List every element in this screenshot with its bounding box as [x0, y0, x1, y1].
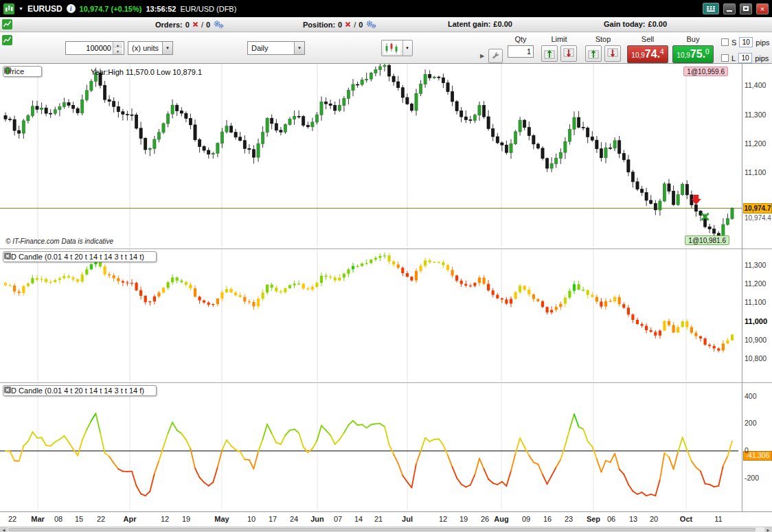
sell-label: Sell: [626, 35, 669, 43]
spin-down-icon[interactable]: ▼: [113, 48, 122, 54]
stop-sell-button[interactable]: [604, 45, 621, 62]
units-select[interactable]: (x) units ▼: [128, 41, 173, 55]
buy-price-main: 75.: [690, 48, 705, 60]
position-group: Position: 0 / 0: [303, 20, 376, 29]
indicator-candle-panel[interactable]: 5D Candle (0.01 4 t 20 t 14 t 14 3 t t 1…: [0, 248, 742, 382]
xaxis-bar[interactable]: 22Mar081522Apr1219May101724Jun071421Jul1…: [0, 511, 772, 527]
axis-tick-label: 11,300: [745, 111, 766, 119]
sell-price-prefix: 10,9: [631, 51, 644, 59]
info-icon[interactable]: i: [67, 4, 76, 13]
buy-button[interactable]: 10,975.0: [672, 45, 714, 63]
price-chart-panel[interactable]: Price Year:High 11,570.0 Low 10,879.1 1@…: [0, 64, 742, 248]
panel-handle-icon[interactable]: [2, 35, 12, 47]
spin-up-icon[interactable]: ▲: [113, 42, 122, 48]
osc-svg[interactable]: [0, 383, 742, 511]
limit-column: Limit: [540, 35, 578, 62]
latent-gain-label: Latent gain:: [448, 20, 490, 28]
sell-price-main: 74.: [645, 48, 660, 60]
gain-today-group: Gain today: £0.00: [604, 20, 667, 28]
close-button[interactable]: ×: [756, 3, 769, 14]
limit-checkbox[interactable]: [721, 54, 729, 62]
maximize-icon: [743, 6, 749, 11]
limit-buy-button[interactable]: [541, 45, 558, 62]
limit-attach-row: L pips: [721, 53, 769, 63]
xaxis-label: Oct: [680, 515, 692, 523]
gain-today-value: £0.00: [648, 20, 668, 28]
position-label: Position:: [303, 21, 335, 29]
working-order-tag-top[interactable]: 1@10,959.6: [683, 67, 728, 76]
position-settings-gear-icon[interactable]: [365, 20, 376, 29]
instrument-dropdown-caret[interactable]: ▼: [19, 6, 23, 11]
keypad-grid-button[interactable]: [703, 3, 719, 14]
stop-pips-unit: pips: [756, 38, 769, 47]
minimize-button[interactable]: [723, 3, 736, 14]
xaxis-label: May: [214, 515, 229, 523]
limit-label: Limit: [540, 35, 578, 43]
buy-column: Buy 10,975.0: [672, 35, 714, 63]
working-order-tag-bottom[interactable]: 1@10,981.6: [685, 235, 729, 245]
xaxis-label: 22: [8, 515, 16, 523]
gain-today-label: Gain today:: [604, 20, 646, 28]
candle2-svg[interactable]: [0, 249, 742, 382]
stop-checkbox-label: S: [731, 38, 736, 47]
orders-label: Orders:: [155, 21, 183, 29]
axis-tick-label: 11,200: [745, 279, 766, 288]
qty-column: Qty: [506, 35, 536, 58]
stop-pips-input[interactable]: [739, 37, 753, 47]
panel-separator: [742, 382, 772, 383]
h-scrollbar[interactable]: ◀ ▶: [0, 527, 772, 532]
cancel-orders-icon[interactable]: [192, 21, 198, 27]
xaxis-label: 24: [290, 515, 298, 523]
close-position-icon[interactable]: [345, 21, 351, 27]
xaxis-label: 14: [354, 515, 363, 523]
scroll-thumb[interactable]: [8, 528, 756, 531]
sell-price-axis-label: 10,974.4: [745, 214, 771, 222]
xaxis-label: 26: [481, 515, 489, 523]
xaxis-label: Mar: [31, 515, 45, 523]
scroll-left-button[interactable]: ◀: [0, 527, 8, 532]
scroll-right-button[interactable]: ▶: [764, 527, 772, 532]
xaxis-label: 06: [607, 515, 615, 523]
panel-handle-icon[interactable]: [2, 19, 12, 31]
orders-working-count: 0: [206, 21, 210, 29]
axis-tick-label: 400: [745, 392, 757, 400]
current-price-tag: 10,974.7: [743, 203, 772, 213]
instrument-chart-icon[interactable]: [3, 3, 14, 14]
limit-sell-button[interactable]: [560, 45, 577, 62]
timeframe-selected-value: Daily: [251, 44, 268, 52]
xaxis-label: 15: [75, 515, 83, 523]
indicator-oscillator-panel[interactable]: 5D Candle (0.01 4 t 20 t 14 t 14 3 t t 1…: [0, 382, 742, 511]
axis-tick-label: 10,800: [745, 354, 767, 362]
limit-pips-unit: pips: [755, 54, 769, 62]
axis-tick-label: 11,400: [745, 81, 766, 89]
stop-checkbox[interactable]: [721, 38, 729, 46]
stop-buy-button[interactable]: [585, 45, 602, 62]
chevron-down-icon: ▼: [294, 42, 304, 54]
quantity-stepper[interactable]: ▲▼: [65, 41, 124, 55]
qty-input[interactable]: [508, 45, 534, 58]
stop-attach-row: S pips: [721, 37, 770, 47]
quantity-spinner-arrows[interactable]: ▲▼: [113, 42, 122, 54]
position-separator: /: [354, 21, 356, 29]
price-chart-svg[interactable]: [0, 64, 742, 248]
sell-button[interactable]: 10,974.4: [627, 45, 668, 63]
xaxis-label: Aug: [494, 515, 508, 523]
orders-settings-gear-icon[interactable]: [213, 20, 224, 29]
quantity-input[interactable]: [66, 43, 113, 53]
axis-tick-label: 0: [745, 446, 749, 454]
trade-settings-wrench-button[interactable]: [488, 49, 503, 63]
timeframe-select[interactable]: Daily ▼: [247, 41, 305, 55]
collapse-trade-panel-arrow[interactable]: ▶: [480, 53, 484, 59]
orders-open-count: 0: [185, 21, 190, 29]
chart-style-button[interactable]: ▼: [381, 40, 413, 56]
orders-group: Orders: 0 / 0: [155, 20, 224, 29]
axis-tick-label: -200: [745, 474, 759, 482]
maximize-button[interactable]: [740, 3, 752, 14]
xaxis-label: 21: [374, 515, 383, 523]
buy-price-prefix: 10,9: [677, 51, 690, 59]
limit-pips-input[interactable]: [738, 53, 752, 63]
stop-label: Stop: [584, 35, 622, 43]
chevron-down-icon: ▼: [162, 42, 172, 54]
xaxis-label: 19: [459, 515, 468, 523]
window-titlebar: ▼ EURUSD i 10,974.7 (+0.15%) 13:56:52 EU…: [0, 0, 772, 17]
